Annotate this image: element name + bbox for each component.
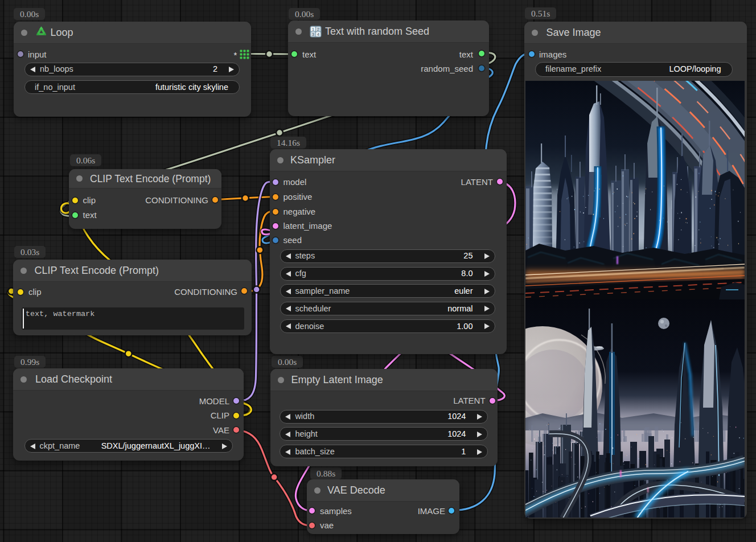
svg-text:2: 2 (317, 27, 320, 32)
svg-text:1: 1 (312, 27, 315, 32)
svg-text:3: 3 (312, 32, 315, 37)
svg-text:4: 4 (317, 32, 320, 37)
